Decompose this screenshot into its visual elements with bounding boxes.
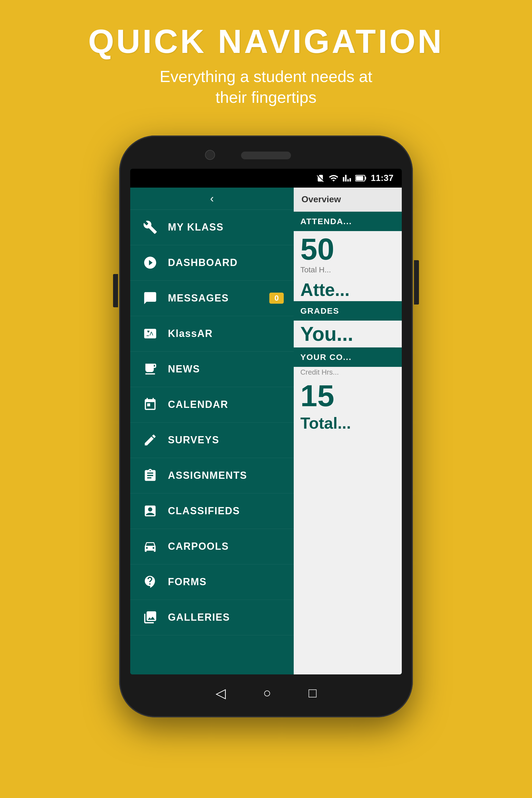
nav-item-my-klass[interactable]: MY KLASS bbox=[130, 210, 294, 245]
pencil-icon bbox=[140, 430, 160, 450]
nav-label-klassar: KlassAR bbox=[168, 328, 213, 339]
attendance-label: Total H... bbox=[294, 264, 402, 279]
nav-label-galleries: GALLERIES bbox=[168, 611, 230, 623]
grades-header: GRADES bbox=[294, 301, 402, 321]
phone-nav-bar: ◁ ○ □ bbox=[197, 685, 335, 701]
forms-icon bbox=[140, 572, 160, 592]
attendance-stat: 50 bbox=[294, 231, 402, 264]
status-bar: 11:37 bbox=[130, 169, 402, 188]
nav-item-assignments[interactable]: ASSIGNMENTS bbox=[130, 458, 294, 493]
nav-item-carpools[interactable]: CARPOOLS bbox=[130, 529, 294, 565]
page-header: QUICK NAVIGATION Everything a student ne… bbox=[88, 0, 444, 125]
overview-tab[interactable]: Overview bbox=[294, 188, 402, 212]
nav-label-my-klass: MY KLASS bbox=[168, 222, 224, 233]
nav-label-forms: FORMS bbox=[168, 576, 207, 588]
nav-item-forms[interactable]: FORMS bbox=[130, 565, 294, 600]
no-sim-icon bbox=[316, 174, 325, 183]
news-icon bbox=[140, 359, 160, 379]
classifieds-icon bbox=[140, 501, 160, 521]
nav-label-calendar: CALENDAR bbox=[168, 399, 228, 410]
overview-panel: Overview ATTENDA... 50 Total H... Atte..… bbox=[294, 188, 402, 674]
status-icons: 11:37 bbox=[316, 173, 394, 183]
assignment-icon bbox=[140, 466, 160, 486]
dashboard-icon bbox=[140, 253, 160, 273]
credits-stat: 15 bbox=[294, 378, 402, 411]
nav-label-surveys: SURVEYS bbox=[168, 434, 219, 446]
wrench-icon bbox=[140, 217, 160, 237]
nav-item-news[interactable]: NEWS bbox=[130, 352, 294, 387]
nav-label-carpools: CARPOOLS bbox=[168, 540, 229, 552]
screen-content: ‹ MY KLASS bbox=[130, 188, 402, 674]
grades-stat: You... bbox=[294, 321, 402, 347]
nav-label-classifieds: CLASSIFIEDS bbox=[168, 505, 240, 517]
recent-nav-button[interactable]: □ bbox=[309, 685, 317, 701]
nav-label-assignments: ASSIGNMENTS bbox=[168, 470, 247, 481]
phone-body: 11:37 ‹ bbox=[119, 135, 413, 717]
nav-item-galleries[interactable]: GALLERIES bbox=[130, 600, 294, 635]
nav-item-messages[interactable]: MESSAGES 0 bbox=[130, 281, 294, 316]
camera bbox=[205, 150, 215, 160]
svg-rect-1 bbox=[365, 177, 366, 180]
attendance-header: ATTENDA... bbox=[294, 212, 402, 231]
nav-label-news: NEWS bbox=[168, 363, 200, 375]
status-time: 11:37 bbox=[371, 173, 394, 183]
nav-label-messages: MESSAGES bbox=[168, 292, 229, 304]
courses-header: YOUR CO... bbox=[294, 347, 402, 367]
phone-screen: 11:37 ‹ bbox=[130, 169, 402, 674]
nav-item-calendar[interactable]: CALENDAR bbox=[130, 387, 294, 422]
ar-icon bbox=[140, 324, 160, 344]
back-chevron-icon[interactable]: ‹ bbox=[210, 192, 214, 205]
signal-icon bbox=[342, 174, 352, 183]
calendar-icon bbox=[140, 395, 160, 415]
svg-rect-2 bbox=[356, 176, 363, 180]
total-partial: Total... bbox=[294, 411, 402, 435]
phone-mockup: 11:37 ‹ bbox=[119, 135, 413, 717]
page-subtitle: Everything a student needs attheir finge… bbox=[88, 66, 444, 108]
attendance-sub: Atte... bbox=[294, 279, 402, 301]
power-button bbox=[414, 260, 419, 305]
messages-badge: 0 bbox=[269, 292, 284, 304]
nav-item-classifieds[interactable]: CLASSIFIEDS bbox=[130, 493, 294, 529]
nav-item-klassar[interactable]: KlassAR bbox=[130, 316, 294, 352]
gallery-icon bbox=[140, 607, 160, 627]
message-icon bbox=[140, 288, 160, 308]
nav-item-surveys[interactable]: SURVEYS bbox=[130, 422, 294, 458]
nav-label-dashboard: DASHBOARD bbox=[168, 257, 238, 268]
car-icon bbox=[140, 536, 160, 556]
speaker bbox=[241, 152, 291, 159]
nav-item-dashboard[interactable]: DASHBOARD bbox=[130, 245, 294, 281]
volume-button bbox=[113, 274, 118, 307]
wifi-icon bbox=[329, 173, 339, 183]
drawer-header: ‹ bbox=[130, 188, 294, 210]
home-nav-button[interactable]: ○ bbox=[263, 685, 271, 701]
credit-label: Credit Hrs... bbox=[294, 367, 402, 378]
page-title: QUICK NAVIGATION bbox=[88, 22, 444, 60]
nav-drawer: ‹ MY KLASS bbox=[130, 188, 294, 674]
back-nav-button[interactable]: ◁ bbox=[215, 685, 226, 701]
battery-icon bbox=[355, 174, 367, 183]
